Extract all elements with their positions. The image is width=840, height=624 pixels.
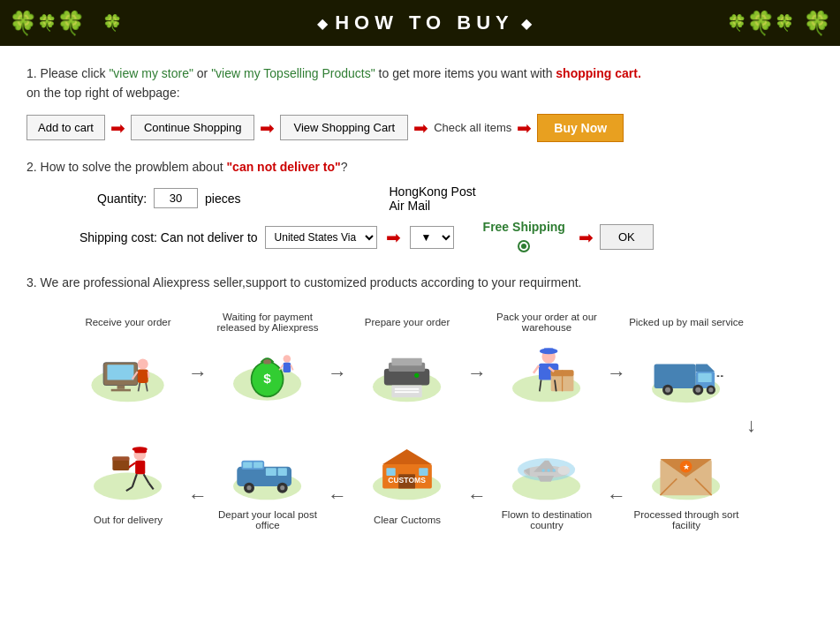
pieces-label: pieces	[205, 192, 240, 206]
flow-cell-pickup: Picked up by mail service	[629, 310, 744, 410]
delivery-icon-wrap	[82, 432, 175, 507]
flow-cell-customs: CUSTOMS Clear Cuctoms	[350, 432, 465, 532]
receive-icon	[88, 339, 168, 405]
view-shopping-cart-button[interactable]: View Shopping Cart	[280, 115, 408, 140]
quantity-row: Quantity: pieces HongKong Post Air Mail	[97, 184, 814, 213]
sort-label: Processed through sort facility	[629, 507, 744, 532]
payment-icon-wrap: $	[222, 335, 314, 410]
svg-rect-69	[266, 469, 276, 477]
svg-rect-3	[117, 386, 125, 389]
svg-line-8	[148, 372, 149, 378]
svg-rect-23	[391, 358, 421, 366]
shipping-method-select[interactable]: ▼	[410, 226, 454, 249]
prepare-icon-wrap	[361, 335, 454, 410]
quantity-label: Quantity:	[97, 192, 147, 206]
flow-row1: Receive your order	[71, 310, 769, 410]
pickup-icon-wrap	[640, 335, 733, 410]
svg-point-91	[541, 469, 544, 471]
svg-point-55	[132, 447, 148, 452]
view-topselling-link[interactable]: "view my Topselling Products"	[211, 66, 375, 80]
view-store-link[interactable]: "view my store"	[109, 66, 193, 80]
shipping-label: Shipping cost: Can not deliver to	[79, 230, 258, 244]
svg-rect-31	[544, 349, 553, 353]
svg-rect-70	[278, 469, 287, 477]
buy-now-button[interactable]: Buy Now	[537, 114, 624, 142]
free-shipping-section: Free Shipping ➡ OK	[465, 220, 654, 255]
prepare-label: Prepare your order	[365, 310, 450, 335]
section1-subtext: on the top right of webpage:	[26, 83, 814, 102]
delivery-icon	[88, 437, 168, 503]
flight-icon-wrap	[501, 432, 594, 507]
flow-cell-payment: Waiting for payment released by Aliexpre…	[210, 310, 325, 410]
section1: 1. Please click "view my store" or "view…	[26, 64, 814, 142]
svg-rect-59	[112, 457, 129, 461]
section1-text-mid1: or	[193, 66, 211, 80]
svg-text:$: $	[263, 371, 271, 386]
svg-rect-4	[111, 389, 131, 392]
continue-shopping-button[interactable]: Continue Shopping	[131, 115, 255, 140]
svg-point-16	[284, 355, 291, 363]
flow-cell-receive: Receive your order	[71, 310, 185, 410]
check-all-items-label: Check all items	[434, 121, 511, 134]
svg-rect-79	[386, 469, 395, 477]
free-shipping-radio[interactable]	[518, 240, 530, 252]
header-banner: 🍀 🍀 🍀 🍀 ◆ HOW TO BUY ◆ 🍀 🍀 🍀 🍀	[0, 0, 840, 46]
svg-rect-14	[263, 360, 271, 365]
svg-rect-67	[243, 462, 252, 469]
flow-cell-pack: Pack your order at our warehouse	[489, 310, 604, 410]
svg-line-19	[291, 365, 293, 371]
svg-point-5	[138, 359, 148, 370]
page-title: HOW TO BUY	[335, 11, 514, 34]
shipping-arrow-icon: ➡	[386, 227, 401, 248]
svg-rect-80	[419, 469, 428, 477]
depart-icon	[228, 437, 307, 503]
flow-row2: Out for delivery ←	[71, 432, 769, 532]
h-arrow-rev3: ←	[465, 485, 489, 507]
ok-button[interactable]: OK	[600, 224, 654, 250]
pack-label: Pack your order at our warehouse	[489, 310, 604, 335]
section1-number: 1.	[26, 66, 37, 80]
free-shipping-text: Free Shipping	[483, 220, 565, 234]
svg-rect-17	[284, 363, 291, 372]
svg-point-72	[246, 485, 251, 490]
svg-rect-44	[698, 373, 711, 382]
pack-icon-wrap	[501, 335, 594, 410]
flow-cell-flight: Flown to destination country	[489, 432, 604, 532]
flow-cell-delivery: Out for delivery	[71, 432, 185, 532]
receive-label: Receive your order	[85, 310, 170, 335]
svg-point-89	[552, 469, 555, 471]
section2-heading: 2. How to solve the prowblem about "can …	[26, 160, 814, 174]
section2: 2. How to solve the prowblem about "can …	[26, 160, 814, 255]
add-to-cart-button[interactable]: Add to cart	[26, 115, 105, 140]
svg-text:CUSTOMS: CUSTOMS	[388, 477, 426, 485]
flight-icon	[507, 437, 586, 503]
delivery-label: Out for delivery	[94, 507, 163, 532]
sort-icon-wrap: ★	[640, 432, 733, 507]
shipping-select[interactable]: United States Via	[265, 226, 377, 249]
svg-rect-6	[138, 370, 148, 383]
svg-rect-68	[254, 462, 262, 469]
arrow4-icon: ➡	[517, 117, 532, 139]
depart-label: Depart your local post office	[210, 507, 325, 532]
shopping-cart-link[interactable]: shopping cart.	[556, 66, 640, 80]
hk-post-label: HongKong Post Air Mail	[390, 184, 476, 213]
cannot-deliver-link[interactable]: "can not deliver to"	[226, 160, 340, 174]
customs-icon: CUSTOMS	[367, 437, 447, 503]
main-content: 1. Please click "view my store" or "view…	[0, 46, 840, 568]
svg-text:★: ★	[683, 462, 690, 471]
receive-icon-wrap	[82, 335, 175, 410]
svg-rect-41	[655, 365, 696, 388]
section1-text-before: Please click	[41, 66, 110, 80]
pickup-label: Picked up by mail service	[629, 310, 744, 335]
free-shipping-box: Free Shipping	[483, 220, 565, 255]
h-arrow-rev2: ←	[325, 485, 350, 507]
svg-rect-2	[107, 365, 133, 380]
quantity-input[interactable]	[154, 188, 198, 208]
customs-label: Clear Cuctoms	[374, 507, 441, 532]
depart-icon-wrap	[222, 432, 314, 507]
h-arrow-rev1: ←	[185, 485, 210, 507]
flow-cell-prepare: Prepare your order	[350, 310, 465, 410]
pack-icon	[507, 339, 586, 405]
svg-point-74	[280, 485, 284, 490]
svg-point-85	[557, 466, 570, 475]
